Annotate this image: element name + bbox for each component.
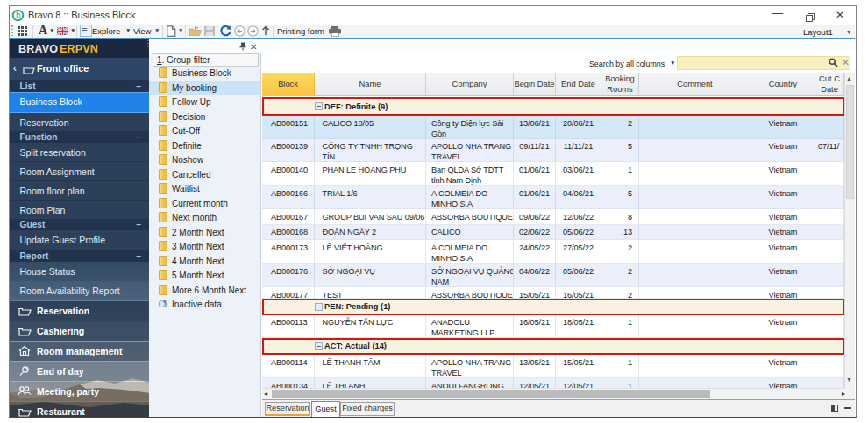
svg-text:b: b xyxy=(16,11,21,20)
